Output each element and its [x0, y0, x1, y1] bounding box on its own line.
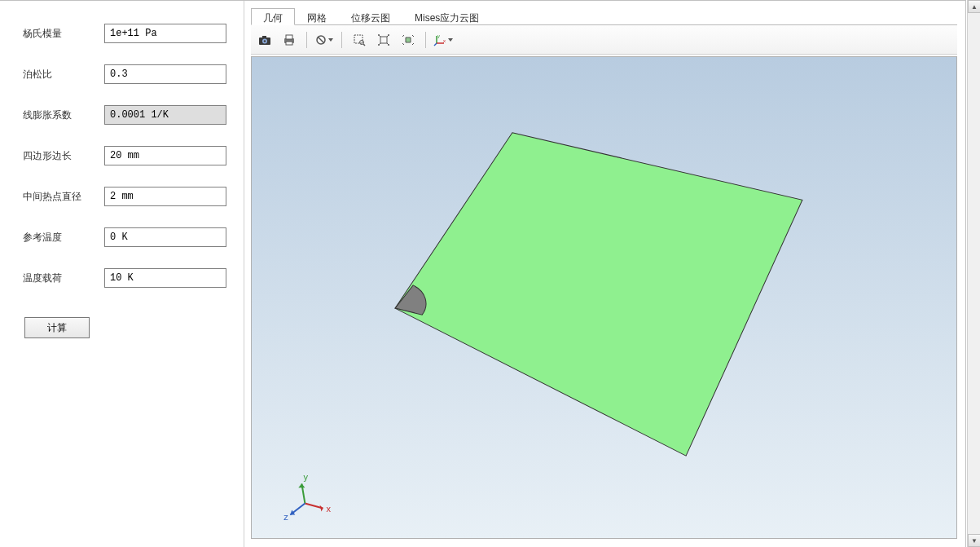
reset-icon[interactable] — [314, 30, 335, 50]
toolbar-separator — [425, 32, 426, 48]
svg-line-11 — [363, 44, 365, 46]
label-temperature-load: 温度载荷 — [23, 271, 104, 285]
svg-line-20 — [434, 43, 437, 46]
calculate-button[interactable]: 计算 — [24, 317, 90, 338]
svg-rect-1 — [262, 36, 266, 38]
viewport-toolbar: xy — [251, 25, 957, 55]
tab-mises-stress[interactable]: Mises应力云图 — [402, 8, 491, 25]
tab-displacement[interactable]: 位移云图 — [339, 8, 402, 25]
axis-triad-icon[interactable]: xy — [433, 30, 454, 50]
label-reference-temp: 参考温度 — [23, 231, 104, 245]
svg-rect-5 — [286, 35, 292, 39]
svg-point-13 — [378, 34, 380, 36]
label-youngs-modulus: 杨氏模量 — [23, 27, 104, 41]
svg-rect-6 — [286, 42, 292, 45]
svg-point-10 — [360, 40, 364, 44]
result-tabs: 几何 网格 位移云图 Mises应力云图 — [251, 7, 957, 25]
label-quad-side-length: 四边形边长 — [23, 149, 104, 163]
label-thermal-expansion: 线膨胀系数 — [23, 108, 104, 122]
svg-point-14 — [388, 34, 389, 36]
zoom-selected-icon[interactable] — [398, 30, 419, 50]
row-quad-side-length: 四边形边长 — [23, 146, 229, 165]
toolbar-separator — [341, 32, 342, 48]
geometry-scene: x y z — [252, 57, 956, 538]
svg-point-3 — [264, 40, 266, 42]
zoom-extents-icon[interactable] — [373, 30, 394, 50]
print-icon[interactable] — [279, 30, 300, 50]
label-poisson-ratio: 泊松比 — [23, 68, 104, 82]
svg-point-16 — [388, 44, 389, 46]
svg-marker-26 — [298, 483, 305, 487]
input-thermal-expansion[interactable] — [104, 105, 226, 125]
row-hotspot-diameter: 中间热点直径 — [23, 187, 229, 206]
input-reference-temp[interactable] — [104, 227, 226, 247]
geometry-canvas[interactable]: x y z — [251, 56, 957, 539]
row-poisson-ratio: 泊松比 — [23, 64, 229, 84]
zoom-box-icon[interactable] — [349, 30, 370, 50]
axis-triad-display: x y z — [283, 472, 331, 521]
viewport-panel: 几何 网格 位移云图 Mises应力云图 — [244, 1, 965, 547]
input-temperature-load[interactable] — [104, 268, 226, 288]
toolbar-separator — [306, 32, 307, 48]
tab-geometry[interactable]: 几何 — [251, 8, 295, 25]
axis-y-label: y — [303, 472, 308, 482]
svg-marker-17 — [406, 37, 411, 42]
svg-rect-9 — [354, 35, 363, 43]
label-hotspot-diameter: 中间热点直径 — [23, 190, 104, 204]
scroll-up-button[interactable]: ▲ — [968, 0, 980, 13]
row-youngs-modulus: 杨氏模量 — [23, 24, 229, 43]
row-reference-temp: 参考温度 — [23, 227, 229, 247]
svg-line-8 — [318, 37, 324, 43]
input-youngs-modulus[interactable] — [104, 24, 226, 43]
row-thermal-expansion: 线膨胀系数 — [23, 105, 229, 125]
input-poisson-ratio[interactable] — [104, 64, 226, 84]
row-temperature-load: 温度载荷 — [23, 268, 229, 288]
tab-mesh[interactable]: 网格 — [295, 8, 339, 25]
camera-icon[interactable] — [254, 30, 275, 50]
input-hotspot-diameter[interactable] — [104, 187, 226, 206]
parameter-panel: 杨氏模量 泊松比 线膨胀系数 四边形边长 中间热点直径 参考温度 温度载荷 计 — [0, 1, 244, 547]
svg-rect-12 — [380, 37, 387, 43]
svg-point-15 — [378, 44, 380, 46]
svg-text:y: y — [437, 33, 440, 38]
input-quad-side-length[interactable] — [104, 146, 226, 165]
scroll-down-button[interactable]: ▼ — [968, 534, 980, 547]
axis-z-label: z — [283, 512, 288, 522]
axis-x-label: x — [327, 504, 332, 514]
plate-geometry — [395, 133, 802, 456]
svg-text:x: x — [443, 38, 446, 43]
vertical-scrollbar[interactable]: ▲ ▼ — [967, 0, 980, 547]
